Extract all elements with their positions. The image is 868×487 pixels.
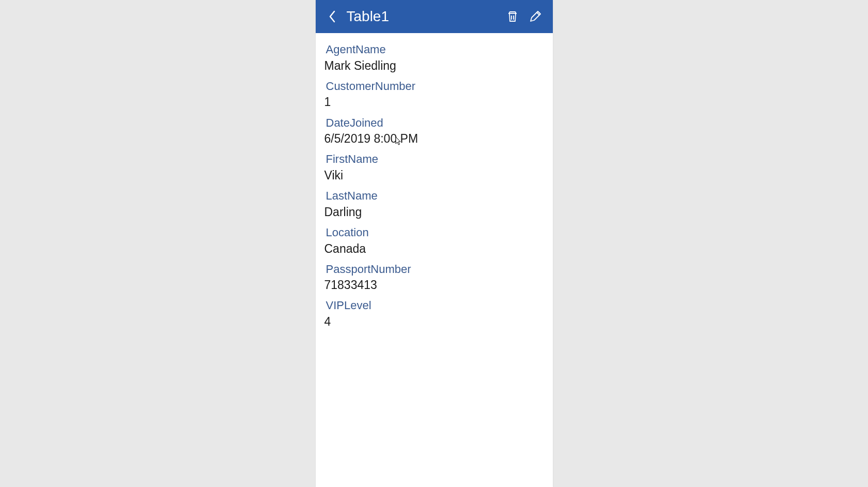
field-customernumber: CustomerNumber 1 bbox=[326, 79, 542, 111]
trash-icon bbox=[506, 10, 519, 23]
field-value: Darling bbox=[324, 204, 542, 220]
field-label: Location bbox=[326, 225, 542, 240]
page-title: Table1 bbox=[347, 8, 501, 25]
edit-button[interactable] bbox=[524, 5, 547, 28]
field-value: 71833413 bbox=[324, 277, 542, 293]
delete-button[interactable] bbox=[501, 5, 524, 28]
field-label: CustomerNumber bbox=[326, 79, 542, 94]
detail-panel: Table1 AgentName Mark Siedling CustomerN… bbox=[316, 0, 553, 487]
field-value: 6/5/2019 8:00 PM bbox=[324, 130, 542, 147]
field-datejoined: DateJoined 6/5/2019 8:00 PM bbox=[326, 116, 542, 147]
field-lastname: LastName Darling bbox=[326, 189, 542, 220]
field-label: DateJoined bbox=[326, 116, 542, 131]
chevron-left-icon bbox=[329, 10, 336, 23]
field-label: LastName bbox=[326, 189, 542, 204]
field-value: 4 bbox=[324, 313, 542, 330]
field-passportnumber: PassportNumber 71833413 bbox=[326, 262, 542, 294]
field-firstname: FirstName Viki bbox=[326, 152, 542, 184]
field-value: Canada bbox=[324, 240, 542, 257]
field-value: 1 bbox=[324, 94, 542, 110]
back-button[interactable] bbox=[322, 6, 343, 27]
field-label: AgentName bbox=[326, 42, 542, 57]
field-agentname: AgentName Mark Siedling bbox=[326, 42, 542, 74]
pencil-icon bbox=[529, 10, 541, 23]
field-value: Viki bbox=[324, 167, 542, 184]
detail-content: AgentName Mark Siedling CustomerNumber 1… bbox=[316, 33, 553, 344]
field-label: PassportNumber bbox=[326, 262, 542, 277]
field-label: FirstName bbox=[326, 152, 542, 167]
field-value: Mark Siedling bbox=[324, 57, 542, 74]
field-viplevel: VIPLevel 4 bbox=[326, 298, 542, 330]
field-label: VIPLevel bbox=[326, 298, 542, 313]
header-bar: Table1 bbox=[316, 0, 553, 33]
field-location: Location Canada bbox=[326, 225, 542, 257]
